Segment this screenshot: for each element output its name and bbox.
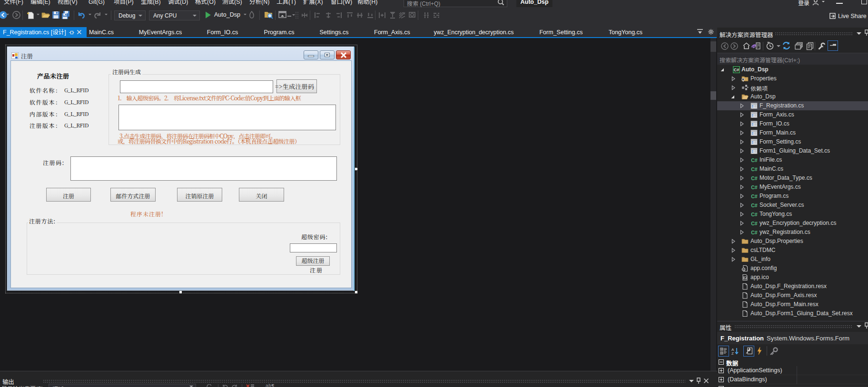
svg-text:Z: Z	[731, 351, 734, 355]
svg-text:C#: C#	[751, 175, 758, 181]
svg-text:C#: C#	[751, 157, 758, 163]
svg-text:C#: C#	[751, 184, 758, 190]
svg-text:C#: C#	[751, 230, 758, 235]
svg-text:C#: C#	[751, 221, 758, 226]
svg-text:C#: C#	[751, 212, 758, 217]
svg-text:C#: C#	[734, 68, 740, 72]
svg-text:C#: C#	[751, 194, 758, 199]
svg-text:C#: C#	[751, 166, 758, 172]
svg-text:C#: C#	[751, 203, 758, 208]
